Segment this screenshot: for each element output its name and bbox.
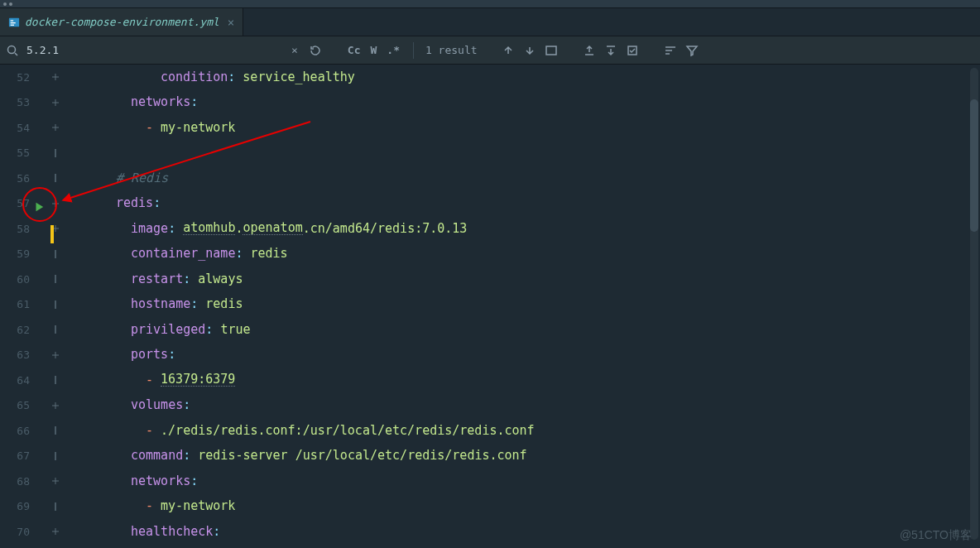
fold-handle-icon[interactable] (50, 123, 61, 132)
fold-guide[interactable] (50, 250, 61, 258)
find-bar: × Cc W .* 1 result (0, 36, 980, 65)
code-line[interactable]: redis: (76, 191, 980, 217)
find-result-count: 1 result (425, 44, 478, 56)
fold-guide[interactable] (50, 325, 61, 334)
code-line[interactable]: image: atomhub.openatom.cn/amd64/redis:7… (76, 216, 980, 242)
fold-guide[interactable] (50, 300, 61, 309)
code-token: - (146, 122, 161, 134)
run-icon[interactable] (33, 201, 48, 216)
code-token: always (198, 273, 243, 286)
tab-file[interactable]: docker-compose-environment.yml × (0, 8, 243, 36)
code-line[interactable]: hostname: redis (76, 292, 980, 318)
find-input[interactable] (26, 44, 242, 56)
find-select-occurrences-icon[interactable] (625, 43, 640, 58)
code-token: redis-server /usr/local/etc/redis/redis.… (198, 449, 526, 462)
regex-button[interactable]: .* (385, 44, 401, 56)
svg-line-5 (15, 53, 17, 55)
editor-tabs: docker-compose-environment.yml × (0, 8, 980, 36)
line-number: 57 (10, 197, 30, 209)
find-add-selection-icon[interactable] (582, 43, 597, 58)
code-line[interactable]: - my-network (76, 115, 980, 141)
code-token: 16379:6379 (161, 373, 235, 387)
fold-guide[interactable] (50, 376, 61, 384)
code-area[interactable]: condition: service_healthynetworks:- my-… (76, 65, 980, 548)
fold-guide[interactable] (50, 174, 61, 182)
find-settings-icon[interactable] (663, 43, 678, 58)
find-clear-icon[interactable]: × (288, 44, 301, 56)
fold-handle-icon[interactable] (50, 477, 61, 485)
fold-guide[interactable] (50, 149, 61, 157)
code-token: : (168, 349, 175, 361)
code-token: atomhub (183, 222, 235, 235)
fold-handle-icon[interactable] (50, 199, 61, 208)
find-history-icon[interactable] (308, 43, 323, 58)
tab-filename: docker-compose-environment.yml (25, 16, 219, 28)
code-token: : (183, 449, 198, 462)
code-line[interactable]: command: redis-server /usr/local/etc/red… (76, 444, 980, 469)
fold-handle-icon[interactable] (50, 351, 61, 359)
code-line[interactable]: volumes: (76, 393, 980, 419)
code-token: networks (131, 475, 190, 488)
gutter-line: 61 (0, 292, 76, 318)
code-line[interactable]: - my-network (76, 494, 980, 520)
change-marker (50, 225, 54, 243)
line-number: 59 (10, 248, 30, 260)
vertical-scrollbar-thumb[interactable] (970, 99, 978, 232)
whole-word-button[interactable]: W (368, 44, 378, 56)
code-token: my-network (161, 500, 235, 512)
gutter-line: 63 (0, 343, 76, 368)
code-line[interactable]: - 16379:6379 (76, 368, 980, 393)
code-token: restart (131, 273, 183, 286)
gutter-line: 60 (0, 267, 76, 292)
fold-guide[interactable] (50, 502, 61, 511)
gutter-line: 55 (0, 141, 76, 166)
fold-guide[interactable] (50, 452, 61, 460)
code-line[interactable]: ports: (76, 343, 980, 368)
gutter-line: 53 (0, 90, 76, 116)
code-token: : (228, 71, 243, 84)
fold-guide[interactable] (50, 275, 61, 283)
code-line[interactable]: networks: (76, 90, 980, 116)
svg-rect-2 (11, 22, 16, 23)
code-editor[interactable]: 52535455565758596061626364656667686970 c… (0, 65, 980, 548)
match-case-button[interactable]: Cc (346, 44, 363, 56)
code-line[interactable]: restart: always (76, 267, 980, 292)
svg-point-4 (8, 46, 16, 53)
line-number: 63 (10, 349, 30, 361)
gutter-line: 69 (0, 494, 76, 520)
gutter-line: 59 (0, 242, 76, 267)
gutter-line: 56 (0, 166, 76, 191)
find-remove-selection-icon[interactable] (603, 43, 618, 58)
code-line[interactable]: # Redis (76, 166, 980, 191)
line-number: 58 (10, 223, 30, 235)
find-prev-icon[interactable] (501, 43, 516, 58)
code-line[interactable]: healthcheck: (76, 519, 980, 545)
find-filter-icon[interactable] (685, 43, 699, 58)
line-number: 52 (10, 71, 30, 84)
code-token: .cn/amd64/redis:7.0.13 (303, 223, 468, 235)
fold-handle-icon[interactable] (50, 527, 61, 536)
code-token: true (220, 324, 250, 336)
fold-handle-icon[interactable] (50, 99, 61, 107)
fold-handle-icon[interactable] (50, 401, 61, 410)
code-line[interactable]: - ./redis/redis.conf:/usr/local/etc/redi… (76, 418, 980, 444)
code-line[interactable]: privileged: true (76, 317, 980, 343)
fold-guide[interactable] (50, 426, 61, 435)
line-number: 65 (10, 399, 30, 411)
code-token: openatom (243, 222, 302, 235)
line-number: 62 (10, 324, 30, 336)
find-next-icon[interactable] (522, 43, 537, 58)
fold-handle-icon[interactable] (50, 73, 61, 81)
line-number: 66 (10, 425, 30, 437)
code-line[interactable]: condition: service_healthy (76, 65, 980, 90)
code-token: : (213, 526, 220, 538)
window-toolbar (0, 0, 980, 8)
code-line[interactable]: container_name: redis (76, 242, 980, 267)
code-token: : (235, 248, 250, 260)
code-line[interactable]: networks: (76, 469, 980, 494)
grip-dot (9, 2, 12, 6)
tab-close-icon[interactable]: × (228, 16, 234, 29)
code-line[interactable] (76, 141, 980, 166)
line-gutter: 52535455565758596061626364656667686970 (0, 65, 76, 548)
find-select-all-icon[interactable] (544, 43, 559, 58)
